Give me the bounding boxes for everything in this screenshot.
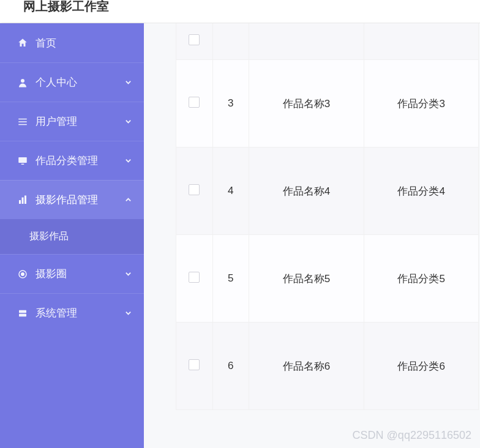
sidebar-item-label: 作品分类管理 [36,154,124,168]
cell-name: 作品名称4 [249,147,365,235]
svg-point-0 [21,79,24,83]
sidebar-item-label: 摄影作品管理 [36,193,124,207]
sidebar-item-label: 个人中心 [36,75,124,89]
chevron-down-icon [124,310,132,317]
svg-rect-6 [19,200,21,204]
chevron-down-icon [124,271,132,278]
cell-name: 作品名称6 [249,323,365,410]
chevron-up-icon [124,196,132,204]
sidebar-item-label: 系统管理 [36,306,124,320]
chart-icon [17,195,28,206]
chevron-down-icon [124,118,132,125]
home-icon [17,37,28,48]
svg-rect-1 [18,118,27,119]
svg-rect-2 [18,121,27,122]
cell-category: 作品分类5 [364,235,479,323]
works-table: 3 作品名称3 作品分类3 4 作品名称4 作品分类4 5 作品名称5 作品分类… [176,23,479,410]
svg-point-10 [21,272,24,275]
svg-rect-4 [18,157,27,163]
row-checkbox[interactable] [189,97,200,108]
table-row: 6 作品名称6 作品分类6 [176,323,479,410]
sidebar-item-circle[interactable]: 摄影圈 [0,254,144,293]
server-icon [17,308,28,319]
sidebar-item-label: 摄影圈 [36,267,124,281]
cell-name: 作品名称5 [249,235,365,323]
row-checkbox[interactable] [189,34,200,45]
monitor-icon [17,155,28,166]
app-title: 网上摄影工作室 [23,0,109,15]
row-checkbox[interactable] [189,184,200,195]
svg-rect-7 [22,197,24,204]
sidebar-item-category[interactable]: 作品分类管理 [0,141,144,180]
layout: 首页 个人中心 用户管理 作品分类管理 [0,23,480,448]
cell-index: 3 [213,60,249,147]
sidebar-item-users[interactable]: 用户管理 [0,102,144,141]
cell-category: 作品分类6 [364,323,479,410]
app-header: 网上摄影工作室 [0,0,480,23]
sidebar-item-home[interactable]: 首页 [0,23,144,62]
svg-rect-12 [19,313,26,316]
sidebar-item-works[interactable]: 摄影作品管理 [0,180,144,219]
sidebar-item-label: 用户管理 [36,114,124,129]
user-icon [17,77,28,88]
list-icon [17,116,28,127]
table-row: 4 作品名称4 作品分类4 [176,147,479,235]
cell-category: 作品分类4 [364,147,479,235]
cell-index [213,23,249,60]
svg-rect-3 [18,124,27,125]
svg-rect-8 [24,195,26,204]
sidebar-subitem-photos[interactable]: 摄影作品 [0,219,144,254]
chevron-down-icon [124,157,132,165]
sidebar-sub-label: 摄影作品 [29,230,69,243]
cell-category [364,23,479,60]
cell-index: 6 [213,323,249,410]
cell-name: 作品名称3 [249,60,365,147]
sidebar-item-system[interactable]: 系统管理 [0,293,144,332]
row-checkbox[interactable] [189,359,200,370]
svg-rect-5 [21,163,24,165]
row-checkbox[interactable] [189,272,200,283]
table-row [176,23,479,60]
sidebar: 首页 个人中心 用户管理 作品分类管理 [0,23,144,448]
chevron-down-icon [124,79,132,86]
cell-index: 4 [213,147,249,235]
content-area: 3 作品名称3 作品分类3 4 作品名称4 作品分类4 5 作品名称5 作品分类… [144,23,480,448]
cell-index: 5 [213,235,249,323]
table-row: 5 作品名称5 作品分类5 [176,235,479,323]
cell-name [249,23,365,60]
cell-category: 作品分类3 [364,60,479,147]
sidebar-item-profile[interactable]: 个人中心 [0,62,144,102]
circle-icon [17,269,28,280]
table-row: 3 作品名称3 作品分类3 [176,60,479,147]
svg-rect-11 [19,310,26,313]
sidebar-item-label: 首页 [36,36,132,50]
